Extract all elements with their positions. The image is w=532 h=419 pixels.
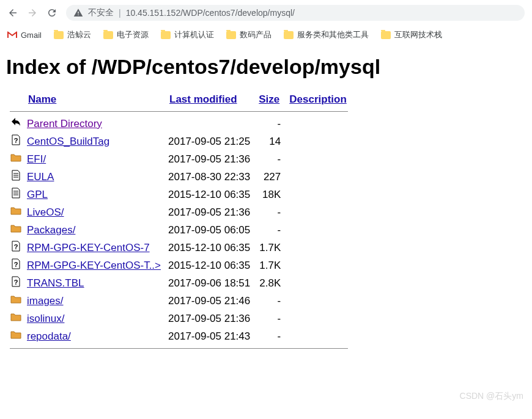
row-size: 14 (254, 133, 284, 150)
file-link[interactable]: repodata/ (27, 330, 71, 342)
table-row: images/2017-09-05 21:46- (6, 292, 352, 310)
unknown-file-icon: ? (10, 240, 22, 252)
file-link[interactable]: TRANS.TBL (27, 277, 84, 289)
file-link[interactable]: isolinux/ (27, 313, 64, 324)
row-icon (6, 186, 23, 203)
svg-text:?: ? (14, 261, 18, 268)
bookmark-label: 电子资源 (117, 29, 149, 40)
address-bar[interactable]: 不安全 | 10.45.151.152/WDP/centos7/develop/… (66, 5, 525, 21)
table-header-row: Name Last modified Size Description (6, 91, 352, 108)
file-link[interactable]: Parent Directory (27, 118, 102, 129)
row-description (284, 257, 352, 274)
row-name: Parent Directory (23, 115, 164, 133)
col-name: Name (23, 91, 164, 108)
file-link[interactable]: EFI/ (27, 153, 46, 165)
svg-text:?: ? (14, 279, 18, 286)
security-label: 不安全 (88, 7, 114, 18)
folder-icon (226, 31, 236, 39)
bookmark-item[interactable]: 互联网技术栈 (381, 29, 442, 40)
table-row: LiveOS/2017-09-05 21:36- (6, 203, 352, 221)
folder-icon (10, 293, 22, 305)
row-modified: 2017-09-05 21:25 (164, 133, 254, 150)
bookmark-item[interactable]: 服务类和其他类工具 (284, 29, 369, 40)
sort-modified-link[interactable]: Last modified (169, 93, 237, 105)
bookmark-label: Gmail (21, 31, 42, 40)
row-size: - (254, 115, 284, 133)
row-name: CentOS_BuildTag (23, 133, 164, 150)
row-size: 1.7K (254, 239, 284, 257)
folder-icon (103, 31, 113, 39)
bookmark-label: 服务类和其他类工具 (297, 29, 369, 40)
sort-name-link[interactable]: Name (28, 93, 56, 105)
gmail-icon (7, 31, 17, 38)
row-size: 1.7K (254, 257, 284, 274)
bookmark-item[interactable]: 浩鲸云 (54, 29, 91, 40)
row-modified: 2015-12-10 06:35 (164, 239, 254, 257)
insecure-warning-icon (73, 8, 83, 18)
forward-button[interactable] (27, 7, 38, 18)
row-modified: 2017-09-05 21:36 (164, 150, 254, 168)
url-text: 10.45.151.152/WDP/centos7/develop/mysql/ (126, 8, 295, 18)
footer-rule (10, 348, 348, 349)
bookmark-item[interactable]: 数码产品 (226, 29, 272, 40)
bookmark-item[interactable]: 计算机认证 (161, 29, 214, 40)
sort-description-link[interactable]: Description (289, 93, 347, 105)
table-row: ?RPM-GPG-KEY-CentOS-72015-12-10 06:351.7… (6, 239, 352, 257)
col-size: Size (254, 91, 284, 108)
bookmarks-bar: Gmail浩鲸云电子资源计算机认证数码产品服务类和其他类工具互联网技术栈 (0, 26, 532, 46)
browser-toolbar: 不安全 | 10.45.151.152/WDP/centos7/develop/… (0, 0, 532, 26)
row-description (284, 186, 352, 203)
row-icon (6, 115, 23, 133)
folder-icon (381, 31, 391, 39)
bookmark-item[interactable]: Gmail (7, 31, 42, 40)
row-modified: 2017-09-06 18:51 (164, 274, 254, 292)
text-file-icon (10, 187, 22, 199)
page-content: Index of /WDP/centos7/develop/mysql Name… (0, 55, 532, 364)
folder-icon (161, 31, 171, 39)
row-modified: 2017-08-30 22:33 (164, 168, 254, 186)
back-icon (10, 116, 22, 128)
row-modified: 2017-09-05 21:43 (164, 327, 254, 345)
row-size: 2.8K (254, 274, 284, 292)
file-link[interactable]: RPM-GPG-KEY-CentOS-T..> (27, 260, 161, 271)
sort-size-link[interactable]: Size (259, 93, 279, 105)
file-link[interactable]: GPL (27, 189, 48, 200)
row-name: images/ (23, 292, 164, 310)
file-link[interactable]: Packages/ (27, 224, 75, 236)
reload-button[interactable] (46, 7, 57, 18)
row-description (284, 203, 352, 221)
svg-text:?: ? (14, 137, 18, 144)
row-size: 18K (254, 186, 284, 203)
file-link[interactable]: CentOS_BuildTag (27, 136, 109, 147)
back-button[interactable] (7, 7, 18, 18)
table-row: EULA2017-08-30 22:33227 (6, 168, 352, 186)
row-icon: ? (6, 133, 23, 150)
header-rule (10, 111, 348, 112)
file-link[interactable]: RPM-GPG-KEY-CentOS-7 (27, 242, 150, 253)
row-size: - (254, 292, 284, 310)
table-row: repodata/2017-09-05 21:43- (6, 327, 352, 345)
unknown-file-icon: ? (10, 258, 22, 270)
row-modified: 2015-12-10 06:35 (164, 186, 254, 203)
row-icon (6, 310, 23, 327)
file-link[interactable]: images/ (27, 295, 64, 307)
directory-listing-table: Name Last modified Size Description Pare… (6, 91, 352, 352)
row-description (284, 274, 352, 292)
file-link[interactable]: LiveOS/ (27, 206, 64, 218)
table-row: ?RPM-GPG-KEY-CentOS-T..>2015-12-10 06:35… (6, 257, 352, 274)
file-link[interactable]: EULA (27, 171, 54, 183)
row-description (284, 168, 352, 186)
bookmark-item[interactable]: 电子资源 (103, 29, 149, 40)
svg-text:?: ? (14, 243, 18, 250)
folder-icon (10, 329, 22, 341)
table-row: ?TRANS.TBL2017-09-06 18:512.8K (6, 274, 352, 292)
row-description (284, 239, 352, 257)
folder-icon (10, 205, 22, 217)
row-icon (6, 221, 23, 239)
arrow-right-icon (27, 7, 38, 18)
row-size: - (254, 327, 284, 345)
row-name: repodata/ (23, 327, 164, 345)
row-modified: 2017-09-05 21:36 (164, 203, 254, 221)
folder-icon (54, 31, 64, 39)
row-size: - (254, 203, 284, 221)
